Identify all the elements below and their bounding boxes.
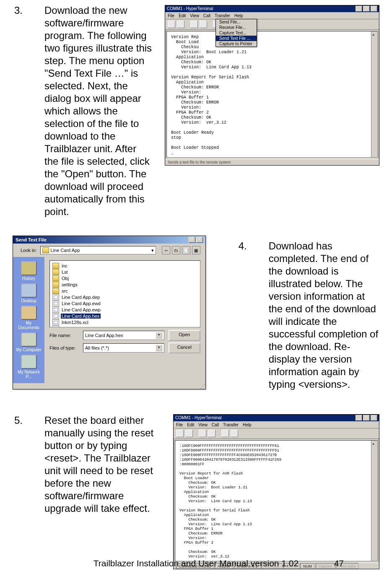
toolbar-icon[interactable] (185, 430, 193, 437)
new-folder-icon[interactable]: 📑 (182, 246, 190, 254)
filetype-select[interactable]: All files (*.*)▾ (83, 343, 164, 353)
menu-receive-file[interactable]: Receive File... (216, 25, 257, 30)
send-text-file-dialog: Send Text File ? × Look in: Line Card Ap… (13, 236, 206, 389)
toolbar-icon[interactable] (177, 21, 184, 28)
menubar: File Edit View Call Transfer Help Send F… (165, 12, 379, 19)
chevron-down-icon[interactable]: ▾ (156, 345, 162, 351)
close-icon[interactable]: × (371, 415, 377, 421)
hyperterminal-screenshot-2: COMM1 - HyperTerminal _ □ × File Edit Vi… (173, 414, 379, 569)
folder-icon (52, 282, 59, 288)
window-title: COMM1 - HyperTerminal (175, 415, 222, 421)
toolbar-icon[interactable] (221, 430, 229, 437)
computer-icon (21, 332, 37, 347)
chevron-down-icon[interactable]: ▾ (156, 332, 162, 339)
menu-file[interactable]: File (168, 13, 174, 18)
list-item[interactable]: lnkm128s.xcl (52, 319, 197, 325)
back-icon[interactable]: ⇦ (162, 246, 170, 254)
terminal-output: Version Rep Flash Boot Load Checksu Vers… (166, 31, 378, 158)
toolbar-icon[interactable] (231, 430, 238, 437)
place-desktop[interactable]: Desktop (16, 283, 42, 303)
list-item[interactable]: src (52, 288, 197, 294)
minimize-icon[interactable]: _ (356, 6, 362, 12)
menu-send-text-file[interactable]: Send Text File ... (216, 36, 257, 41)
menu-transfer[interactable]: Transfer (223, 423, 239, 427)
open-button[interactable]: Open (169, 330, 200, 341)
list-item[interactable]: Obj (52, 275, 197, 281)
dialog-title: Send Text File (16, 236, 47, 244)
history-icon (21, 261, 37, 275)
place-my-computer[interactable]: My Computer (16, 332, 42, 352)
close-icon[interactable]: × (371, 6, 377, 12)
list-item[interactable]: vssver.scc (52, 325, 197, 327)
file-list[interactable]: inc Lst Obj settings src Line Card App.d… (49, 260, 200, 327)
menubar: File Edit View Call Transfer Help (174, 421, 379, 428)
filename-row: File name: Line Card App.hex▾ Open (49, 330, 200, 341)
place-history[interactable]: History (16, 261, 42, 281)
filetype-row: Files of type: All files (*.*)▾ Cancel (49, 342, 200, 353)
menu-call[interactable]: Call (212, 423, 219, 427)
list-item[interactable]: Line Card App.dep (52, 294, 197, 300)
places-bar: History Desktop My Documents My Computer… (13, 257, 44, 383)
window-titlebar: COMM1 - HyperTerminal _ □ × (174, 415, 379, 421)
help-icon[interactable]: ? (189, 237, 195, 243)
list-item[interactable]: Line Card App.ewd (52, 300, 197, 306)
menu-help[interactable]: Help (243, 423, 252, 427)
menu-capture-text[interactable]: Capture Text... (216, 30, 257, 36)
menu-call[interactable]: Call (203, 13, 210, 18)
place-my-network[interactable]: My Network P... (16, 355, 42, 379)
dialog-right-pane: inc Lst Obj settings src Line Card App.d… (44, 257, 205, 383)
document-page: 3. Download the new software/firmware pr… (0, 0, 392, 581)
maximize-icon[interactable]: □ (363, 415, 370, 421)
toolbar (174, 428, 379, 439)
list-item[interactable]: inc (52, 262, 197, 269)
filename-input[interactable]: Line Card App.hex▾ (83, 331, 164, 340)
scrollbar[interactable] (371, 31, 377, 157)
lookin-label: Look in: (21, 248, 37, 253)
views-icon[interactable]: ▦ (192, 246, 200, 254)
lookin-combobox[interactable]: Line Card App ▾ (40, 246, 156, 254)
step-4-row: Send Text File ? × Look in: Line Card Ap… (13, 228, 379, 391)
menu-capture-printer[interactable]: Capture to Printer (216, 41, 257, 47)
transfer-dropdown: Send File... Receive File... Capture Tex… (215, 19, 257, 47)
maximize-icon[interactable]: □ (363, 6, 370, 12)
folder-icon (52, 263, 59, 269)
lookin-row: Look in: Line Card App ▾ ⇦ 🗀 📑 ▦ (13, 244, 205, 254)
list-item-selected[interactable]: Line Card App.hex (52, 313, 197, 319)
menu-file[interactable]: File (176, 423, 183, 427)
menu-help[interactable]: Help (234, 13, 243, 18)
menu-view[interactable]: View (190, 13, 199, 18)
step-3-text: Download the new software/firmware progr… (44, 4, 153, 218)
menu-send-file[interactable]: Send File... (216, 19, 257, 25)
network-icon (21, 355, 37, 369)
list-item[interactable]: Line Card App.ewp (52, 306, 197, 313)
toolbar-icon[interactable] (199, 430, 206, 437)
file-icon (52, 319, 59, 325)
filename-label: File name: (49, 333, 79, 338)
toolbar (165, 19, 379, 30)
window-controls: _ □ × (356, 6, 377, 12)
close-icon[interactable]: × (196, 237, 203, 243)
step-5-text: Reset the board either manually using th… (44, 414, 161, 515)
list-item[interactable]: Lst (52, 269, 197, 275)
menu-edit[interactable]: Edit (187, 423, 194, 427)
file-icon (52, 301, 59, 306)
chevron-down-icon[interactable]: ▾ (151, 248, 154, 253)
up-folder-icon[interactable]: 🗀 (172, 246, 180, 254)
toolbar-icon[interactable] (176, 430, 184, 437)
minimize-icon[interactable]: _ (356, 415, 362, 421)
resize-grip-icon[interactable]: ⋰ (13, 383, 205, 389)
lookin-value: Line Card App (51, 248, 80, 253)
menu-edit[interactable]: Edit (179, 13, 186, 18)
place-my-documents[interactable]: My Documents (16, 306, 42, 330)
menu-view[interactable]: View (198, 423, 208, 427)
cancel-button[interactable]: Cancel (169, 342, 200, 353)
toolbar-icon[interactable] (208, 430, 215, 437)
step-3-number: 3. (13, 4, 33, 17)
toolbar-icon[interactable] (168, 21, 175, 28)
scrollbar[interactable] (371, 441, 377, 561)
menu-transfer[interactable]: Transfer (215, 13, 230, 18)
toolbar-icon[interactable] (190, 21, 198, 28)
documents-icon (21, 306, 37, 320)
list-item[interactable]: settings (52, 281, 197, 288)
toolbar-icon[interactable] (200, 21, 207, 28)
